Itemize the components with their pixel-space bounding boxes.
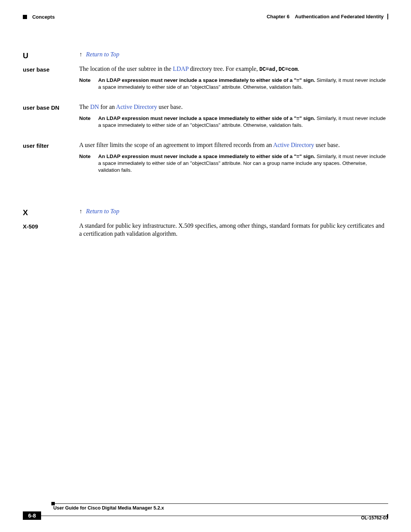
def-text: user base. [157, 104, 183, 110]
dn-link[interactable]: DN [90, 104, 99, 110]
page-header: Concepts Chapter 6Authentication and Fed… [23, 14, 388, 20]
active-directory-link[interactable]: Active Directory [273, 142, 314, 148]
note-bold: An LDAP expression must never include a … [98, 77, 315, 83]
header-right: Chapter 6Authentication and Federated Id… [267, 14, 388, 19]
def-text: directory tree. For example, [188, 66, 259, 72]
chapter-title: Authentication and Federated Identity [295, 14, 384, 19]
square-bullet-icon [23, 15, 27, 19]
note-label: Note [79, 115, 98, 122]
term-row-user-base: user base The location of the user subtr… [23, 65, 388, 99]
def-text: user base. [314, 142, 340, 148]
footer-bar: 6-8 [23, 511, 388, 520]
def-text: A user filter limits the scope of an agr… [79, 142, 273, 148]
letter-heading-x: X [23, 207, 79, 218]
note-label: Note [79, 153, 98, 160]
def-text: for an [99, 104, 116, 110]
square-bullet-icon [51, 502, 55, 505]
letter-row-x: X ↑ Return to Top [23, 207, 388, 218]
note-block: Note An LDAP expression must never inclu… [79, 153, 388, 174]
chapter-line: Chapter 6Authentication and Federated Id… [267, 14, 388, 19]
note-block: Note An LDAP expression must never inclu… [79, 77, 388, 91]
note-label: Note [79, 77, 98, 84]
term-label: user filter [23, 141, 79, 150]
footer-rule-top [53, 503, 388, 504]
note-text: An LDAP expression must never include a … [98, 153, 388, 174]
active-directory-link[interactable]: Active Directory [116, 104, 157, 110]
term-row-x509: X-509 A standard for public key infrastr… [23, 222, 388, 238]
term-label: X-509 [23, 222, 79, 230]
header-left: Concepts [23, 14, 55, 20]
term-label: user base DN [23, 103, 79, 112]
return-to-top-link[interactable]: Return to Top [86, 51, 119, 58]
ldap-link[interactable]: LDAP [173, 66, 188, 72]
return-to-top-link[interactable]: Return to Top [86, 208, 119, 214]
page-number-badge: 6-8 [23, 511, 41, 520]
code-text: DC=ad,DC=com [259, 66, 298, 72]
note-text: An LDAP expression must never include a … [98, 77, 388, 91]
def-text: The [79, 104, 90, 110]
document-id: OL-15762-03 [361, 515, 388, 521]
letter-row-u: U ↑ Return to Top [23, 50, 388, 61]
term-definition: A user filter limits the scope of an agr… [79, 141, 388, 182]
term-definition: The DN for an Active Directory user base… [79, 103, 388, 137]
up-arrow-icon: ↑ [79, 207, 82, 216]
letter-heading-u: U [23, 50, 79, 61]
footer-rule-bottom [41, 516, 388, 516]
term-label: user base [23, 65, 79, 73]
note-text: An LDAP expression must never include a … [98, 115, 388, 129]
return-top-u: ↑ Return to Top [79, 50, 388, 59]
term-definition: A standard for public key infrastructure… [79, 222, 388, 238]
guide-title: User Guide for Cisco Digital Media Manag… [53, 504, 388, 511]
section-title: Concepts [32, 14, 55, 20]
chapter-number: Chapter 6 [267, 14, 290, 19]
page: Concepts Chapter 6Authentication and Fed… [0, 0, 411, 532]
note-bold: An LDAP expression must never include a … [98, 153, 315, 159]
page-footer: User Guide for Cisco Digital Media Manag… [23, 503, 388, 520]
term-row-user-filter: user filter A user filter limits the sco… [23, 141, 388, 182]
return-top-x: ↑ Return to Top [79, 207, 388, 216]
term-definition: The location of the user subtree in the … [79, 65, 388, 99]
note-bold: An LDAP expression must never include a … [98, 115, 315, 121]
note-block: Note An LDAP expression must never inclu… [79, 115, 388, 129]
def-text: The location of the user subtree in the [79, 66, 173, 72]
up-arrow-icon: ↑ [79, 50, 82, 59]
def-text: . [298, 66, 299, 72]
term-row-user-base-dn: user base DN The DN for an Active Direct… [23, 103, 388, 137]
